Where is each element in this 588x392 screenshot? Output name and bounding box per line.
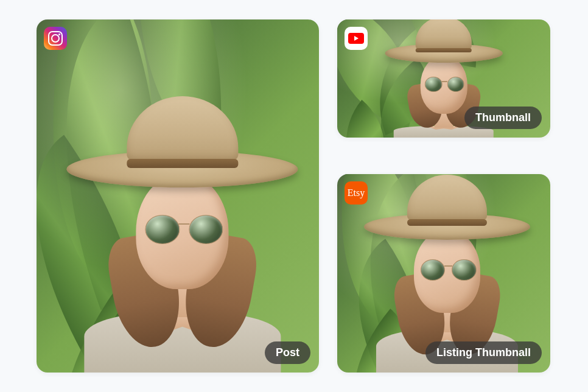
etsy-card[interactable]: Etsy Listing Thumbnall [337,174,550,373]
photo-placeholder [37,19,319,373]
right-column: Thumbnall Etsy Listing Thumbnall [337,19,550,373]
format-gallery: Post Thumbnall [0,0,588,392]
instagram-icon [44,27,67,50]
left-column: Post [37,19,319,373]
instagram-card[interactable]: Post [37,19,319,373]
format-label: Listing Thumbnall [425,341,542,364]
youtube-card[interactable]: Thumbnall [337,19,550,138]
format-label: Thumbnall [464,107,542,129]
format-label: Post [265,341,310,364]
youtube-icon [345,27,368,50]
etsy-icon: Etsy [345,181,368,205]
